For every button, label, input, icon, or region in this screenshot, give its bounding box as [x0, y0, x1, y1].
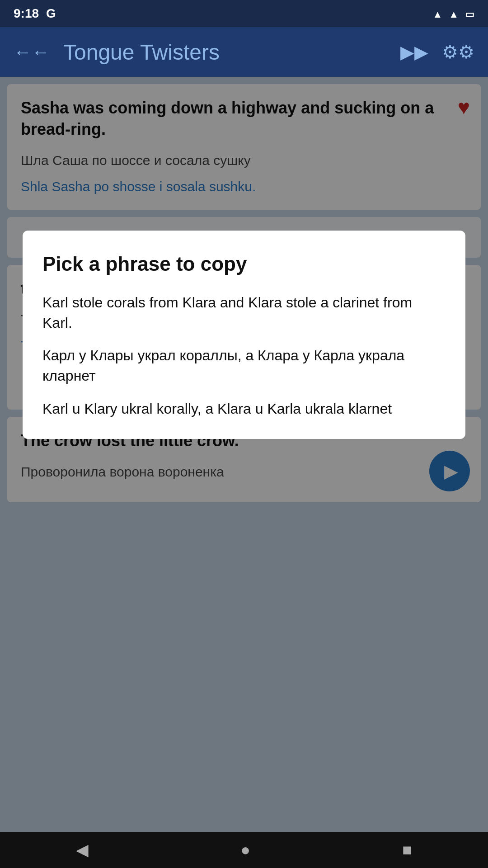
content-area: Sasha was coming down a highway and suck…: [0, 77, 488, 832]
dialog-title: Pick a phrase to copy: [42, 252, 446, 276]
status-left: 9:18 G: [14, 6, 56, 21]
status-time: 9:18: [14, 6, 39, 21]
google-icon: G: [46, 6, 56, 21]
dialog-item-russian[interactable]: Карл у Клары украл кораллы, а Клара у Ка…: [42, 345, 446, 386]
back-button[interactable]: ←: [14, 42, 50, 62]
bottom-navigation: ◀ ● ■: [0, 832, 488, 868]
settings-button[interactable]: ⚙: [442, 42, 474, 62]
wifi-icon: [432, 7, 442, 21]
nav-back-button[interactable]: ◀: [76, 840, 89, 859]
signal-icon: [449, 7, 459, 21]
dialog-item-english[interactable]: Karl stole corals from Klara and Klara s…: [42, 292, 446, 333]
dialog-item-transliteration[interactable]: Karl u Klary ukral korally, a Klara u Ka…: [42, 399, 446, 419]
play-button[interactable]: ▶: [400, 42, 428, 62]
page-title: Tongue Twisters: [63, 40, 387, 65]
nav-recents-button[interactable]: ■: [402, 840, 412, 859]
battery-icon: [465, 7, 474, 21]
status-bar: 9:18 G: [0, 0, 488, 27]
app-bar: ← Tongue Twisters ▶ ⚙: [0, 27, 488, 77]
status-right: [432, 7, 474, 21]
copy-phrase-dialog: Pick a phrase to copy Karl stole corals …: [23, 231, 465, 439]
dialog-overlay[interactable]: [0, 77, 488, 832]
nav-home-button[interactable]: ●: [240, 840, 250, 859]
